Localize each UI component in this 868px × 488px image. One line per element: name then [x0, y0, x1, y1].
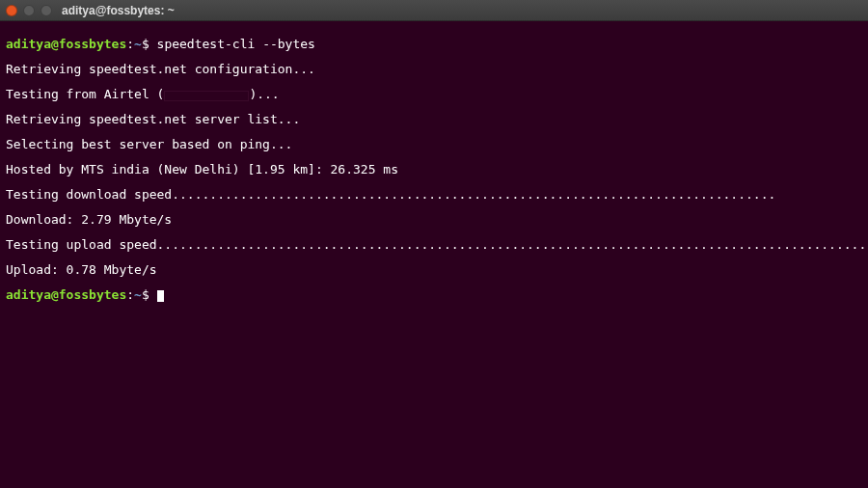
- prompt-at: @: [51, 37, 59, 51]
- prompt-line-1: aditya@fossbytes:~$ speedtest-cli --byte…: [6, 38, 862, 50]
- output-line: Selecting best server based on ping...: [6, 138, 862, 150]
- prompt-dollar: $: [142, 37, 149, 51]
- prompt-at: @: [51, 287, 59, 302]
- maximize-icon[interactable]: [41, 5, 52, 16]
- prompt-colon: :: [126, 287, 134, 302]
- prompt-host: fossbytes: [59, 37, 126, 51]
- output-line: Testing download speed..................…: [6, 188, 862, 201]
- terminal-body[interactable]: aditya@fossbytes:~$ speedtest-cli --byte…: [0, 21, 868, 317]
- output-line: Retrieving speedtest.net server list...: [6, 113, 862, 125]
- command-text: speedtest-cli --bytes: [157, 37, 315, 51]
- prompt-path: ~: [134, 37, 142, 51]
- cursor-block: [157, 290, 164, 302]
- prompt-host: fossbytes: [59, 287, 126, 302]
- output-line: Testing upload speed....................…: [6, 238, 862, 251]
- prompt-user: aditya: [6, 37, 51, 51]
- titlebar: aditya@fossbytes: ~: [0, 0, 868, 21]
- prompt-line-2: aditya@fossbytes:~$: [6, 288, 862, 301]
- window-title: aditya@fossbytes: ~: [62, 5, 175, 16]
- output-line: Download: 2.79 Mbyte/s: [6, 213, 862, 226]
- output-text-left: Testing from Airtel (: [6, 87, 164, 101]
- window-controls: [6, 5, 52, 16]
- output-line: Upload: 0.78 Mbyte/s: [6, 263, 862, 276]
- output-line: Hosted by MTS india (New Delhi) [1.95 km…: [6, 163, 862, 176]
- redacted-ip: [164, 91, 249, 101]
- output-text-right: )...: [249, 87, 279, 101]
- minimize-icon[interactable]: [23, 5, 35, 16]
- output-line: Testing from Airtel ()...: [6, 88, 862, 100]
- close-icon[interactable]: [6, 5, 17, 16]
- prompt-user: aditya: [6, 287, 51, 302]
- prompt-colon: :: [126, 37, 134, 51]
- prompt-path: ~: [134, 287, 142, 302]
- prompt-dollar: $: [142, 287, 149, 302]
- output-line: Retrieving speedtest.net configuration..…: [6, 63, 862, 75]
